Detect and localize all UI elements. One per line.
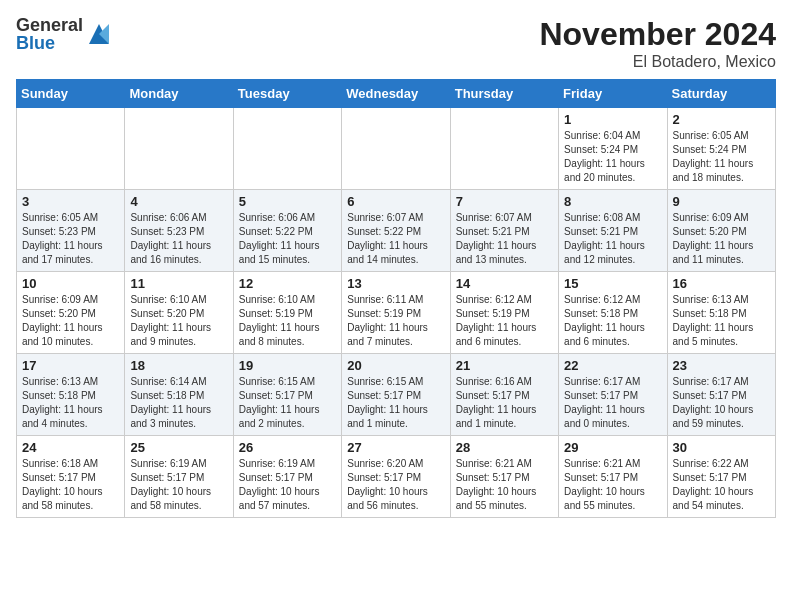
day-number: 5 (239, 194, 336, 209)
day-number: 22 (564, 358, 661, 373)
calendar-cell: 26Sunrise: 6:19 AM Sunset: 5:17 PM Dayli… (233, 436, 341, 518)
day-info: Sunrise: 6:05 AM Sunset: 5:23 PM Dayligh… (22, 211, 119, 267)
week-row-1: 3Sunrise: 6:05 AM Sunset: 5:23 PM Daylig… (17, 190, 776, 272)
header-sunday: Sunday (17, 80, 125, 108)
calendar-cell: 27Sunrise: 6:20 AM Sunset: 5:17 PM Dayli… (342, 436, 450, 518)
calendar-cell: 23Sunrise: 6:17 AM Sunset: 5:17 PM Dayli… (667, 354, 775, 436)
header-monday: Monday (125, 80, 233, 108)
calendar-cell: 2Sunrise: 6:05 AM Sunset: 5:24 PM Daylig… (667, 108, 775, 190)
day-info: Sunrise: 6:17 AM Sunset: 5:17 PM Dayligh… (673, 375, 770, 431)
header-row: SundayMondayTuesdayWednesdayThursdayFrid… (17, 80, 776, 108)
week-row-2: 10Sunrise: 6:09 AM Sunset: 5:20 PM Dayli… (17, 272, 776, 354)
day-number: 2 (673, 112, 770, 127)
calendar-cell: 5Sunrise: 6:06 AM Sunset: 5:22 PM Daylig… (233, 190, 341, 272)
header-tuesday: Tuesday (233, 80, 341, 108)
day-number: 10 (22, 276, 119, 291)
calendar-cell: 15Sunrise: 6:12 AM Sunset: 5:18 PM Dayli… (559, 272, 667, 354)
day-number: 18 (130, 358, 227, 373)
day-number: 29 (564, 440, 661, 455)
week-row-4: 24Sunrise: 6:18 AM Sunset: 5:17 PM Dayli… (17, 436, 776, 518)
day-number: 21 (456, 358, 553, 373)
day-number: 17 (22, 358, 119, 373)
calendar-cell: 9Sunrise: 6:09 AM Sunset: 5:20 PM Daylig… (667, 190, 775, 272)
day-number: 20 (347, 358, 444, 373)
calendar-subtitle: El Botadero, Mexico (539, 53, 776, 71)
calendar-cell (17, 108, 125, 190)
calendar-cell: 11Sunrise: 6:10 AM Sunset: 5:20 PM Dayli… (125, 272, 233, 354)
day-number: 16 (673, 276, 770, 291)
day-info: Sunrise: 6:15 AM Sunset: 5:17 PM Dayligh… (239, 375, 336, 431)
logo-blue: Blue (16, 34, 83, 52)
day-number: 25 (130, 440, 227, 455)
calendar-cell: 22Sunrise: 6:17 AM Sunset: 5:17 PM Dayli… (559, 354, 667, 436)
calendar-cell: 12Sunrise: 6:10 AM Sunset: 5:19 PM Dayli… (233, 272, 341, 354)
day-number: 24 (22, 440, 119, 455)
day-info: Sunrise: 6:06 AM Sunset: 5:22 PM Dayligh… (239, 211, 336, 267)
calendar-cell: 1Sunrise: 6:04 AM Sunset: 5:24 PM Daylig… (559, 108, 667, 190)
calendar-cell: 3Sunrise: 6:05 AM Sunset: 5:23 PM Daylig… (17, 190, 125, 272)
day-number: 30 (673, 440, 770, 455)
day-info: Sunrise: 6:21 AM Sunset: 5:17 PM Dayligh… (564, 457, 661, 513)
day-number: 1 (564, 112, 661, 127)
calendar-table: SundayMondayTuesdayWednesdayThursdayFrid… (16, 79, 776, 518)
day-info: Sunrise: 6:10 AM Sunset: 5:20 PM Dayligh… (130, 293, 227, 349)
calendar-title: November 2024 (539, 16, 776, 53)
day-number: 8 (564, 194, 661, 209)
page-header: General Blue November 2024 El Botadero, … (16, 16, 776, 71)
day-info: Sunrise: 6:04 AM Sunset: 5:24 PM Dayligh… (564, 129, 661, 185)
day-info: Sunrise: 6:22 AM Sunset: 5:17 PM Dayligh… (673, 457, 770, 513)
day-info: Sunrise: 6:13 AM Sunset: 5:18 PM Dayligh… (673, 293, 770, 349)
day-info: Sunrise: 6:07 AM Sunset: 5:22 PM Dayligh… (347, 211, 444, 267)
day-info: Sunrise: 6:19 AM Sunset: 5:17 PM Dayligh… (239, 457, 336, 513)
day-number: 27 (347, 440, 444, 455)
day-number: 26 (239, 440, 336, 455)
calendar-cell: 28Sunrise: 6:21 AM Sunset: 5:17 PM Dayli… (450, 436, 558, 518)
day-info: Sunrise: 6:12 AM Sunset: 5:19 PM Dayligh… (456, 293, 553, 349)
week-row-3: 17Sunrise: 6:13 AM Sunset: 5:18 PM Dayli… (17, 354, 776, 436)
calendar-cell: 6Sunrise: 6:07 AM Sunset: 5:22 PM Daylig… (342, 190, 450, 272)
calendar-cell: 10Sunrise: 6:09 AM Sunset: 5:20 PM Dayli… (17, 272, 125, 354)
calendar-cell: 25Sunrise: 6:19 AM Sunset: 5:17 PM Dayli… (125, 436, 233, 518)
day-number: 12 (239, 276, 336, 291)
day-number: 11 (130, 276, 227, 291)
day-info: Sunrise: 6:06 AM Sunset: 5:23 PM Dayligh… (130, 211, 227, 267)
logo: General Blue (16, 16, 113, 52)
day-info: Sunrise: 6:17 AM Sunset: 5:17 PM Dayligh… (564, 375, 661, 431)
calendar-cell: 20Sunrise: 6:15 AM Sunset: 5:17 PM Dayli… (342, 354, 450, 436)
calendar-cell (342, 108, 450, 190)
day-number: 3 (22, 194, 119, 209)
day-number: 19 (239, 358, 336, 373)
day-info: Sunrise: 6:07 AM Sunset: 5:21 PM Dayligh… (456, 211, 553, 267)
header-saturday: Saturday (667, 80, 775, 108)
title-block: November 2024 El Botadero, Mexico (539, 16, 776, 71)
calendar-cell (450, 108, 558, 190)
day-info: Sunrise: 6:05 AM Sunset: 5:24 PM Dayligh… (673, 129, 770, 185)
calendar-cell (125, 108, 233, 190)
day-info: Sunrise: 6:14 AM Sunset: 5:18 PM Dayligh… (130, 375, 227, 431)
day-info: Sunrise: 6:09 AM Sunset: 5:20 PM Dayligh… (673, 211, 770, 267)
day-number: 23 (673, 358, 770, 373)
calendar-cell: 8Sunrise: 6:08 AM Sunset: 5:21 PM Daylig… (559, 190, 667, 272)
day-info: Sunrise: 6:18 AM Sunset: 5:17 PM Dayligh… (22, 457, 119, 513)
calendar-cell: 18Sunrise: 6:14 AM Sunset: 5:18 PM Dayli… (125, 354, 233, 436)
calendar-cell: 24Sunrise: 6:18 AM Sunset: 5:17 PM Dayli… (17, 436, 125, 518)
calendar-body: 1Sunrise: 6:04 AM Sunset: 5:24 PM Daylig… (17, 108, 776, 518)
day-info: Sunrise: 6:21 AM Sunset: 5:17 PM Dayligh… (456, 457, 553, 513)
day-info: Sunrise: 6:12 AM Sunset: 5:18 PM Dayligh… (564, 293, 661, 349)
logo-text: General Blue (16, 16, 83, 52)
header-friday: Friday (559, 80, 667, 108)
day-number: 9 (673, 194, 770, 209)
calendar-header: SundayMondayTuesdayWednesdayThursdayFrid… (17, 80, 776, 108)
week-row-0: 1Sunrise: 6:04 AM Sunset: 5:24 PM Daylig… (17, 108, 776, 190)
logo-general: General (16, 16, 83, 34)
calendar-cell: 4Sunrise: 6:06 AM Sunset: 5:23 PM Daylig… (125, 190, 233, 272)
header-thursday: Thursday (450, 80, 558, 108)
day-number: 13 (347, 276, 444, 291)
calendar-cell: 14Sunrise: 6:12 AM Sunset: 5:19 PM Dayli… (450, 272, 558, 354)
calendar-cell: 13Sunrise: 6:11 AM Sunset: 5:19 PM Dayli… (342, 272, 450, 354)
day-number: 6 (347, 194, 444, 209)
calendar-cell: 19Sunrise: 6:15 AM Sunset: 5:17 PM Dayli… (233, 354, 341, 436)
day-number: 28 (456, 440, 553, 455)
day-info: Sunrise: 6:08 AM Sunset: 5:21 PM Dayligh… (564, 211, 661, 267)
calendar-cell: 7Sunrise: 6:07 AM Sunset: 5:21 PM Daylig… (450, 190, 558, 272)
